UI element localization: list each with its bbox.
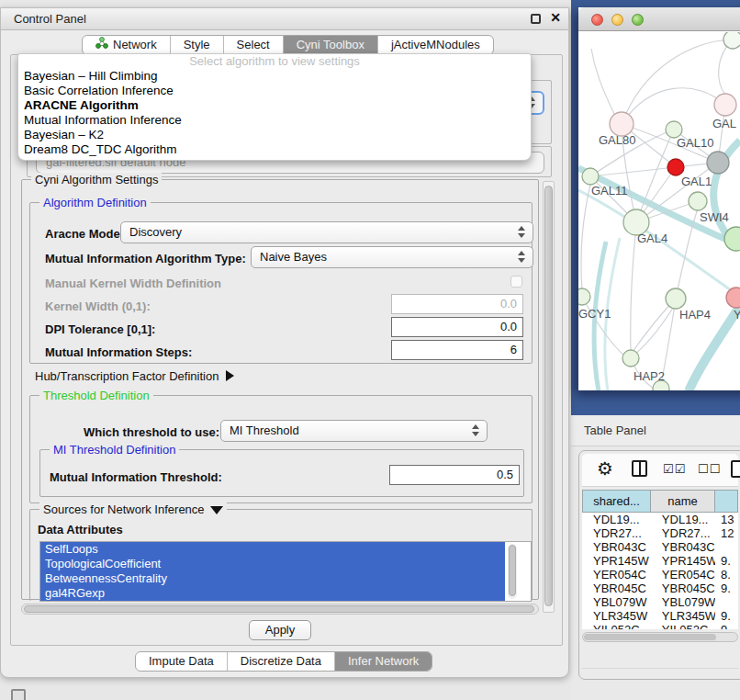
dropdown-item-dream8-dc-tdc-algorithm[interactable]: Dream8 DC_TDC Algorithm bbox=[18, 142, 531, 157]
tab-discretize-data[interactable]: Discretize Data bbox=[228, 652, 335, 671]
tab-impute-data[interactable]: Impute Data bbox=[136, 652, 228, 671]
column-header-shared[interactable]: shared... bbox=[582, 490, 651, 513]
dropdown-item-bayesian-k2[interactable]: Bayesian – K2 bbox=[18, 128, 531, 142]
manual-kernel-checkbox[interactable] bbox=[510, 276, 522, 288]
network-node-gal[interactable] bbox=[714, 94, 736, 116]
algorithm-definition-group: Algorithm Definition Aracne Mode: Discov… bbox=[29, 202, 533, 364]
group-title: Threshold Definition bbox=[39, 389, 153, 402]
dpi-tolerance-field[interactable]: 0.0 bbox=[391, 317, 523, 337]
close-traffic-light-icon[interactable] bbox=[591, 14, 603, 26]
scrollbar-thumb[interactable] bbox=[509, 545, 516, 596]
network-window: GALGAL80GAL10GAL1GAL11SWI4GAL4GCY1HAP4YH… bbox=[578, 7, 740, 390]
tab-label: jActiveMNodules bbox=[391, 36, 480, 54]
hide-columns-icon[interactable]: ☐☐ bbox=[698, 462, 721, 476]
table-cell: YDL19... bbox=[582, 513, 651, 526]
node-label-gal1: GAL1 bbox=[681, 175, 712, 188]
table-cell: YIL052C bbox=[651, 623, 715, 629]
mi-steps-field[interactable]: 6 bbox=[391, 340, 523, 360]
node-label-gal10: GAL10 bbox=[677, 136, 713, 150]
zoom-traffic-light-icon[interactable] bbox=[632, 14, 644, 26]
scrollbar-thumb[interactable] bbox=[544, 186, 553, 606]
scrollbar-thumb[interactable] bbox=[24, 605, 534, 613]
attribute-topologicalcoefficient[interactable]: TopologicalCoefficient bbox=[40, 557, 505, 571]
mi-steps-label: Mutual Information Steps: bbox=[45, 345, 192, 359]
table-header-row: shared...name bbox=[582, 490, 738, 513]
table-row[interactable]: YBR045CYBR045C9. bbox=[582, 581, 738, 595]
tab-network[interactable]: Network bbox=[83, 36, 171, 54]
show-columns-icon[interactable]: ☑☑ bbox=[663, 462, 686, 476]
attribute-gal4rgexp[interactable]: gal4RGexp bbox=[40, 586, 505, 601]
network-node[interactable] bbox=[707, 152, 729, 174]
network-node-y[interactable] bbox=[726, 288, 740, 308]
table-row[interactable]: YPR145WYPR145W9. bbox=[582, 554, 738, 568]
network-window-titlebar[interactable] bbox=[578, 7, 740, 31]
float-window-icon[interactable] bbox=[531, 14, 541, 24]
export-table-icon[interactable] bbox=[731, 460, 740, 478]
attribute-selfloops[interactable]: SelfLoops bbox=[40, 542, 505, 557]
aracne-mode-combobox[interactable]: Discovery bbox=[120, 221, 533, 243]
network-node-gcy1[interactable] bbox=[578, 288, 590, 305]
network-canvas[interactable]: GALGAL80GAL10GAL1GAL11SWI4GAL4GCY1HAP4YH… bbox=[578, 32, 740, 390]
screen: GALGAL80GAL10GAL1GAL11SWI4GAL4GCY1HAP4YH… bbox=[0, 0, 740, 700]
network-node-gal1[interactable] bbox=[667, 159, 684, 175]
table-row[interactable]: YER054CYER054C8. bbox=[582, 568, 738, 581]
tab-style[interactable]: Style bbox=[171, 36, 224, 54]
column-header-cut[interactable] bbox=[715, 490, 738, 513]
control-panel-titlebar: Control Panel ✕ bbox=[1, 8, 568, 30]
tab-cyni-toolbox[interactable]: Cyni Toolbox bbox=[284, 36, 378, 54]
list-vertical-scrollbar[interactable] bbox=[508, 544, 517, 599]
settings-vertical-scrollbar[interactable] bbox=[543, 181, 555, 613]
network-edge bbox=[581, 185, 590, 289]
dropdown-item-aracne-algorithm[interactable]: ARACNE Algorithm bbox=[18, 98, 531, 113]
threshold-definition-group: Threshold Definition Which threshold to … bbox=[29, 395, 533, 503]
node-label-hap2: HAP2 bbox=[633, 369, 665, 383]
mi-type-combobox[interactable]: Naive Bayes bbox=[251, 246, 533, 268]
which-threshold-value: MI Threshold bbox=[230, 423, 299, 437]
table-cell: YIL052C bbox=[582, 623, 651, 629]
gear-icon[interactable]: ⚙ bbox=[597, 457, 613, 480]
tab-jactivemnodules[interactable]: jActiveMNodules bbox=[378, 36, 493, 54]
table-row[interactable]: YDL19...YDL19...13 bbox=[582, 513, 738, 526]
table-cell: YER054C bbox=[582, 568, 651, 581]
table-row[interactable]: YLR345WYLR345W9. bbox=[582, 609, 738, 623]
attribute-betweennesscentrality[interactable]: BetweennessCentrality bbox=[40, 571, 505, 586]
dropdown-item-bayesian-hill-climbing[interactable]: Bayesian – Hill Climbing bbox=[18, 69, 531, 84]
collapsed-panel-icon[interactable] bbox=[11, 689, 26, 700]
minimize-traffic-light-icon[interactable] bbox=[611, 14, 623, 26]
table-row[interactable]: YIL052CYIL052C9 bbox=[582, 623, 738, 629]
data-attributes-list[interactable]: SelfLoopsTopologicalCoefficientBetweenne… bbox=[39, 541, 532, 602]
table-cell: 9 bbox=[715, 623, 738, 629]
settings-horizontal-scrollbar[interactable] bbox=[21, 604, 539, 615]
network-node-gal11[interactable] bbox=[582, 168, 599, 185]
dropdown-item-mutual-information-inference[interactable]: Mutual Information Inference bbox=[18, 113, 531, 128]
group-title: MI Threshold Definition bbox=[50, 443, 179, 457]
node-label-gal: GAL bbox=[712, 117, 736, 130]
mi-threshold-field[interactable]: 0.5 bbox=[389, 465, 520, 485]
scrollbar-thumb[interactable] bbox=[584, 634, 716, 640]
tab-infer-network[interactable]: Infer Network bbox=[335, 652, 432, 671]
expanded-arrow-icon[interactable] bbox=[210, 506, 223, 514]
network-node-hap2[interactable] bbox=[622, 350, 639, 367]
table-row[interactable]: YBR043CYBR043C bbox=[582, 540, 738, 554]
apply-button[interactable]: Apply bbox=[249, 620, 311, 640]
table-panel-titlebar: Table Panel bbox=[571, 415, 740, 446]
hub-definition-toggle[interactable]: Hub/Transcription Factor Definition bbox=[35, 369, 234, 383]
dropdown-item-basic-correlation-inference[interactable]: Basic Correlation Inference bbox=[18, 84, 531, 98]
close-icon[interactable]: ✕ bbox=[550, 10, 561, 25]
table-row[interactable]: YDR27...YDR27...12 bbox=[582, 526, 738, 540]
kernel-width-field[interactable]: 0.0 bbox=[391, 294, 523, 314]
table-horizontal-scrollbar[interactable] bbox=[582, 632, 738, 642]
network-edge bbox=[591, 49, 615, 116]
table-cell: YBR045C bbox=[582, 581, 651, 595]
network-graph[interactable]: GALGAL80GAL10GAL1GAL11SWI4GAL4GCY1HAP4YH… bbox=[578, 32, 740, 390]
network-node[interactable] bbox=[723, 32, 740, 49]
mi-type-value: Naive Bayes bbox=[260, 250, 327, 264]
node-label-swi4: SWI4 bbox=[700, 210, 729, 224]
network-node-hap4[interactable] bbox=[666, 288, 686, 309]
tab-select[interactable]: Select bbox=[224, 36, 284, 54]
columns-icon[interactable] bbox=[632, 460, 647, 477]
which-threshold-combobox[interactable]: MI Threshold bbox=[220, 420, 488, 442]
network-node-swi4[interactable] bbox=[689, 192, 707, 210]
column-header-name[interactable]: name bbox=[651, 490, 715, 513]
table-row[interactable]: YBL079WYBL079W bbox=[582, 595, 738, 609]
